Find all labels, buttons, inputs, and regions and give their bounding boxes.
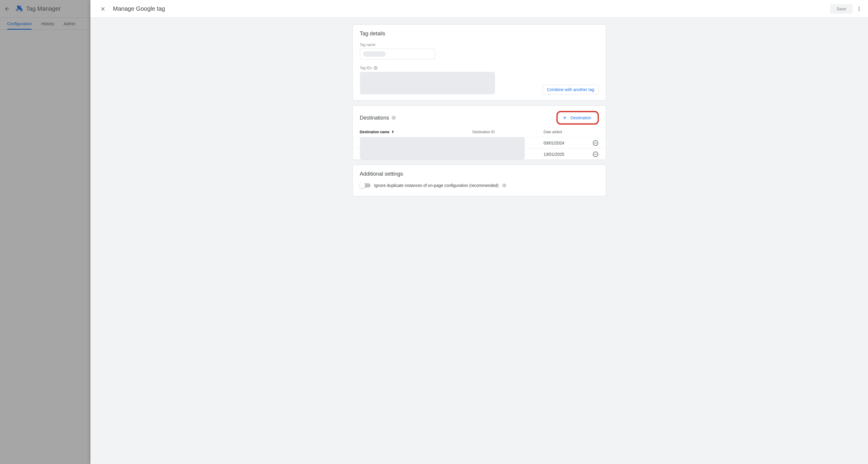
destination-date: 03/01/2024 — [544, 141, 587, 145]
destination-rows-redacted — [360, 137, 525, 160]
help-icon[interactable] — [502, 183, 506, 187]
tag-name-label: Tag name — [360, 43, 599, 47]
destinations-title: Destinations — [360, 115, 389, 121]
tag-name-input[interactable] — [360, 49, 435, 59]
tag-name-value-redacted — [363, 51, 386, 57]
destination-date: 13/01/2025 — [544, 152, 587, 157]
svg-point-4 — [859, 8, 859, 9]
column-name-label: Destination name — [360, 130, 390, 134]
remove-destination-button[interactable] — [592, 151, 599, 157]
add-destination-label: Destination — [570, 115, 591, 120]
save-button[interactable]: Save — [830, 4, 852, 13]
help-icon[interactable] — [392, 116, 396, 120]
panel-header: Manage Google tag Save — [90, 0, 868, 18]
tag-details-title: Tag details — [360, 31, 599, 37]
add-destination-button[interactable]: Destination — [558, 113, 597, 123]
destinations-table-header: Destination name Destination ID Date add… — [353, 130, 606, 137]
ignore-duplicate-toggle[interactable] — [360, 183, 371, 187]
combine-tag-button[interactable]: Combine with another tag — [542, 85, 599, 94]
tag-details-card: Tag details Tag name Tag IDs C — [352, 24, 606, 100]
svg-point-5 — [859, 10, 859, 11]
more-menu-button[interactable] — [854, 4, 864, 14]
sort-up-icon — [391, 130, 395, 134]
highlight-annotation: Destination — [556, 111, 598, 125]
column-destination-name[interactable]: Destination name — [360, 130, 472, 134]
ignore-duplicate-label: Ignore duplicate instances of on-page co… — [374, 183, 499, 188]
additional-settings-title: Additional settings — [360, 171, 599, 177]
plus-icon — [562, 115, 567, 120]
tag-ids-label-text: Tag IDs — [360, 66, 372, 70]
close-button[interactable] — [97, 4, 108, 14]
panel-title: Manage Google tag — [113, 5, 830, 12]
svg-point-3 — [859, 6, 859, 7]
tag-ids-label: Tag IDs — [360, 66, 495, 70]
manage-tag-panel: Manage Google tag Save Tag details Tag n… — [90, 0, 868, 464]
column-date-added[interactable]: Date added — [544, 130, 587, 134]
remove-destination-button[interactable] — [592, 140, 599, 146]
destinations-card: Destinations Destination Dest — [352, 105, 606, 160]
panel-body: Tag details Tag name Tag IDs C — [90, 18, 868, 464]
help-icon[interactable] — [374, 66, 378, 70]
tag-ids-box-redacted — [360, 72, 495, 94]
column-destination-id[interactable]: Destination ID — [472, 130, 544, 134]
additional-settings-card: Additional settings Ignore duplicate ins… — [352, 165, 606, 196]
